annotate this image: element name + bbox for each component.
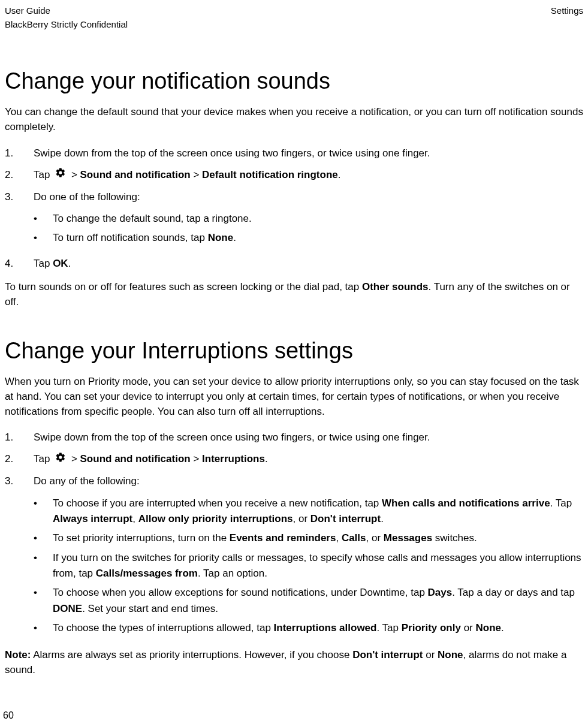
header-right: Settings [551,5,583,17]
step-text: Swipe down from the top of the screen on… [34,146,583,161]
pre: To set priority interruptions, turn on t… [53,532,230,544]
section2-intro: When you turn on Priority mode, you can … [5,375,583,419]
pre: Alarms are always set as priority interr… [31,649,352,660]
step-number: 4. [5,256,34,272]
step-number: 2. [5,167,34,183]
dot: . [501,622,504,634]
list-item: • To choose if you are interrupted when … [34,496,583,527]
bold: Other sounds [362,281,429,292]
bold: Interruptions allowed [274,622,377,634]
gt: > [193,453,202,464]
list-item: 3. Do one of the following: • To change … [5,189,583,250]
mid: or [461,622,476,634]
pre: To turn sounds on or off for features su… [5,281,362,292]
bullet-char: • [34,230,53,246]
bullet-text: To set priority interruptions, turn on t… [53,530,583,546]
bold: Messages [384,532,432,544]
mid: or [423,649,438,660]
settings-gear-icon [55,452,66,467]
bold: OK [53,258,68,269]
note-label: Note: [5,649,31,660]
bullet-text: To choose when you allow exceptions for … [53,585,583,617]
list-item: • To turn off notification sounds, tap N… [34,230,583,246]
list-item: 1. Swipe down from the top of the screen… [5,146,583,161]
bullet-text: To turn off notification sounds, tap Non… [53,230,583,246]
step-number: 3. [5,189,34,250]
list-item: 3. Do any of the following: • To choose … [5,473,583,639]
step3-text: Do any of the following: [34,475,140,487]
pre: To choose when you allow exceptions for … [53,587,428,598]
bold: Allow only priority interruptions [138,513,293,524]
section1-title: Change your notification sounds [5,68,583,94]
mid: . Tap [550,497,572,509]
pre: Tap [34,258,53,269]
bullet-char: • [34,550,53,582]
header-left-bottom: BlackBerry Strictly Confidential [5,19,583,29]
step2-pre: Tap [34,169,53,180]
step-text: Tap > Sound and notification > Interrupt… [34,451,583,467]
dot: . [265,453,268,464]
step-number: 3. [5,473,34,639]
bold: Calls [342,532,366,544]
header-left-top: User Guide [5,5,50,17]
dot: . [233,232,236,243]
bullet-text: To choose if you are interrupted when yo… [53,496,583,527]
step-number: 1. [5,430,34,445]
page-number: 60 [3,710,14,721]
settings-gear-icon [55,167,66,183]
bullet-char: • [34,211,53,227]
bold: When calls and notifications arrive [382,497,550,509]
dot: . [338,169,341,180]
dot: . [381,513,384,524]
bullet-text: To choose the types of interruptions all… [53,620,583,636]
step2-pre: Tap [34,453,53,464]
pre: To choose if you are interrupted when yo… [53,497,382,509]
bold: Interruptions [202,453,265,464]
bold: Don't interrupt [310,513,381,524]
section1-intro: You can change the default sound that yo… [5,105,583,134]
post: switches. [432,532,477,544]
mid: , or [293,513,310,524]
mid: , [336,532,341,544]
dot: . [68,258,71,269]
step-number: 1. [5,146,34,161]
gt: > [193,169,202,180]
bold: Sound and notification [80,169,191,180]
step-text: Do one of the following: • To change the… [34,189,583,250]
bullet-text: To change the default sound, tap a ringt… [53,211,583,227]
step-number: 2. [5,451,34,467]
mid: , or [366,532,384,544]
section2-steps: 1. Swipe down from the top of the screen… [5,430,583,639]
list-item: 4. Tap OK. [5,256,583,272]
bold: Sound and notification [80,453,191,464]
list-item: 2. Tap > Sound and notification > Defaul… [5,167,583,183]
bold: DONE [53,603,82,614]
mid: , [132,513,138,524]
bold: Don't interrupt [352,649,423,660]
bullet-char: • [34,585,53,617]
step-text: Tap > Sound and notification > Default n… [34,167,583,183]
step3-text: Do one of the following: [34,191,140,203]
section2-title: Change your Interruptions settings [5,338,583,364]
bold: None [438,649,463,660]
step-text: Swipe down from the top of the screen on… [34,430,583,445]
list-item: • To change the default sound, tap a rin… [34,211,583,227]
bold: Calls/messages from [96,568,198,579]
bold: Priority only [402,622,461,634]
step-text: Do any of the following: • To choose if … [34,473,583,639]
section1-after: To turn sounds on or off for features su… [5,280,583,309]
mid: . Tap a day or days and tap [452,587,575,598]
bold: Always interrupt [53,513,132,524]
pre: To choose the types of interruptions all… [53,622,274,634]
bullet-char: • [34,530,53,546]
bold: Events and reminders [230,532,336,544]
list-item: • To set priority interruptions, turn on… [34,530,583,546]
mid: . Tap [376,622,401,634]
bold: None [208,232,234,243]
section1-bullets: • To change the default sound, tap a rin… [34,211,583,246]
bold: None [476,622,502,634]
post: . Set your start and end times. [82,603,218,614]
step-text: Tap OK. [34,256,583,272]
bullet-text: If you turn on the switches for priority… [53,550,583,582]
list-item: • To choose when you allow exceptions fo… [34,585,583,617]
